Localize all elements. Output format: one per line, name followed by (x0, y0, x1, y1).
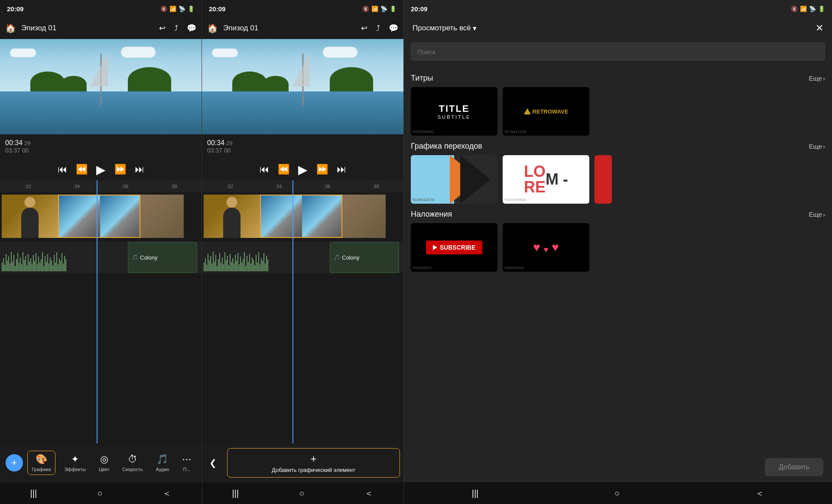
tool-more-1[interactable]: ⋯ П... (178, 451, 196, 475)
step-back-btn-1[interactable]: ⏪ (76, 164, 88, 175)
heart-icon-1: ♥ (533, 241, 540, 254)
search-container-3 (404, 39, 832, 64)
overlays-chevron-icon: › (823, 211, 825, 218)
menu-btn-1[interactable]: ||| (30, 488, 37, 498)
add-media-btn-1[interactable]: + (6, 454, 23, 471)
signal-icon: 📡 (179, 6, 185, 12)
person-sil-1 (21, 208, 39, 238)
retro-template-card[interactable]: RETROWAVE #279431299 (503, 87, 589, 136)
skip-end-btn-2[interactable]: ⏭ (337, 164, 346, 175)
video-preview-1 (0, 39, 202, 134)
subscribe-text: SUBSCRIBE (440, 244, 475, 251)
arrows-template-id: #225642079 (413, 198, 434, 202)
tool-graphics-1[interactable]: 🎨 Графика (27, 451, 56, 475)
tc-total-2: 03:37 (207, 147, 222, 154)
add-main-btn[interactable]: Добавить (765, 458, 823, 476)
music-note-icon-2: 🎵 (334, 254, 340, 260)
add-graphic-label: Добавить графический элемент (272, 467, 355, 473)
timeline-area-2[interactable]: 🎵 Colony (202, 192, 403, 443)
video-clip-person-1[interactable] (2, 195, 58, 238)
lorem-text-block: LORE (524, 164, 546, 195)
title-template-card[interactable]: TITLE SUBTITLE #253039942 (411, 87, 497, 136)
skip-end-btn-1[interactable]: ⏭ (135, 164, 144, 175)
close-btn-3[interactable]: ✕ (816, 23, 823, 34)
step-back-btn-2[interactable]: ⏪ (278, 164, 289, 175)
video-clip-person-2[interactable] (204, 195, 260, 238)
audio-track-2: 🎵 Colony (202, 240, 403, 275)
share-icon-2[interactable]: ⤴ (376, 24, 380, 33)
undo-icon-1[interactable]: ↩ (159, 23, 166, 33)
effects-label-1: Эффекты (64, 467, 86, 472)
view-all-header[interactable]: Просмотреть всё ▾ (413, 24, 477, 33)
tc-total-1: 03:37 (5, 147, 20, 154)
transitions-more-btn[interactable]: Еще › (809, 143, 825, 150)
play-btn-1[interactable]: ▶ (96, 163, 106, 177)
video-clip-wood-1[interactable] (140, 195, 184, 238)
person-sil-2 (223, 208, 240, 238)
back-nav-btn-2[interactable]: ＜ (364, 488, 373, 499)
video-clip-boat-2[interactable] (260, 195, 342, 238)
home-icon-1[interactable]: 🏠 (5, 23, 16, 33)
hearts-template-card[interactable]: ♥ ♥ ♥ #26426343 (503, 223, 589, 272)
audio-track-1: 🎵 Colony (0, 240, 202, 275)
comment-icon-1[interactable]: 💬 (187, 23, 196, 33)
cloud-2 (121, 47, 156, 58)
skip-start-btn-1[interactable]: ⏮ (58, 164, 67, 175)
menu-btn-2[interactable]: ||| (232, 488, 239, 498)
video-clip-wood-2[interactable] (342, 195, 386, 238)
panel2-back-btn[interactable]: ❮ (202, 443, 224, 482)
undo-icon-2[interactable]: ↩ (361, 23, 367, 33)
tool-effects-1[interactable]: ✦ Эффекты (60, 451, 90, 475)
step-fwd-btn-1[interactable]: ⏩ (114, 164, 126, 175)
island-2-2 (263, 76, 289, 93)
play-btn-2[interactable]: ▶ (298, 163, 308, 177)
ruler-mark-1: :34 (52, 184, 101, 189)
menu-btn-3[interactable]: ||| (472, 488, 479, 498)
lorem-text-m: M - (546, 170, 568, 188)
back-nav-btn-1[interactable]: ＜ (162, 488, 171, 499)
share-icon-1[interactable]: ⤴ (174, 24, 178, 33)
home-nav-btn-3[interactable]: ○ (614, 488, 620, 498)
arrows-template-card[interactable]: #225642079 (411, 155, 497, 204)
step-fwd-btn-2[interactable]: ⏩ (316, 164, 328, 175)
boat-sail-2 (292, 52, 310, 87)
titles-section-header: Титры Еще › (411, 74, 825, 83)
back-nav-btn-3[interactable]: ＜ (755, 488, 764, 499)
video-preview-2 (202, 39, 403, 134)
lorem-template-card[interactable]: LORE M - #200498894 (503, 155, 589, 204)
home-nav-btn-1[interactable]: ○ (97, 488, 102, 498)
speed-label-1: Скорость (122, 467, 143, 472)
thumb-wood-2 (342, 195, 386, 238)
video-clip-boat-1[interactable] (58, 195, 140, 238)
boat-sail (91, 52, 108, 87)
thumb-boat-1 (59, 195, 100, 237)
battery-icon: 🔋 (188, 6, 195, 12)
templates-content[interactable]: Титры Еще › TITLE SUBTITLE #253039942 RE… (404, 64, 832, 452)
comment-icon-2[interactable]: 💬 (389, 23, 398, 33)
tc-total-frame-2: 00 (224, 147, 231, 154)
home-nav-btn-2[interactable]: ○ (299, 488, 304, 498)
tool-speed-1[interactable]: ⏱ Скорость (118, 451, 147, 475)
battery-icon-2: 🔋 (390, 6, 396, 12)
red-template-card[interactable] (595, 155, 612, 204)
home-icon-2[interactable]: 🏠 (207, 23, 218, 33)
add-graphic-btn[interactable]: + Добавить графический элемент (227, 448, 400, 478)
overlays-more-btn[interactable]: Еще › (809, 211, 825, 218)
island-1 (30, 72, 65, 93)
tool-audio-1[interactable]: 🎵 Аудио (151, 451, 173, 475)
tool-color-1[interactable]: ◎ Цвет (94, 451, 114, 475)
wifi-icon-2: 📶 (371, 6, 378, 12)
status-bar-1: 20:09 🔇 📶 📡 🔋 (0, 0, 202, 17)
tc-current-2: 00:34 (207, 139, 224, 147)
audio-clip-colony-2[interactable]: 🎵 Colony (330, 242, 399, 273)
ruler-mark-2-0: :32 (205, 184, 254, 189)
skip-start-btn-2[interactable]: ⏮ (260, 164, 269, 175)
search-input-3[interactable] (411, 42, 825, 61)
arrow-black-icon (460, 155, 491, 204)
audio-icon-1: 🎵 (156, 454, 168, 465)
timeline-area-1[interactable]: 🎵 Colony (0, 192, 202, 443)
thumb-person-1 (2, 195, 58, 238)
subscribe-template-card[interactable]: SUBSCRIBE #26263531 (411, 223, 497, 272)
audio-clip-colony-1[interactable]: 🎵 Colony (128, 242, 197, 273)
titles-more-btn[interactable]: Еще › (809, 75, 825, 82)
